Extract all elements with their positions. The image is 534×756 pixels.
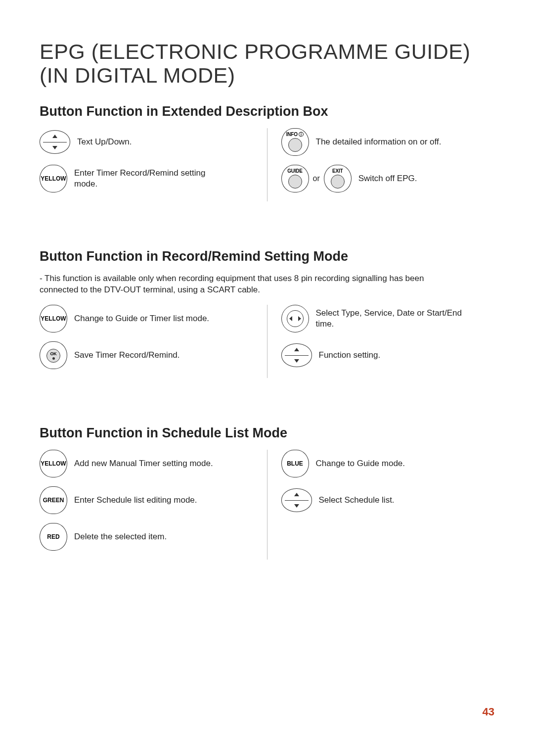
red-button-icon: RED bbox=[40, 523, 67, 551]
blue-button-icon: BLUE bbox=[281, 450, 309, 477]
row-text-updown: Text Up/Down. bbox=[40, 128, 253, 156]
up-down-icon bbox=[281, 488, 312, 512]
up-down-icon bbox=[40, 130, 70, 154]
up-down-icon bbox=[281, 343, 312, 367]
row-desc: Text Up/Down. bbox=[77, 137, 132, 147]
row-desc: Save Timer Record/Remind. bbox=[74, 350, 180, 361]
row-desc: Change to Guide mode. bbox=[316, 458, 405, 469]
column-right: Select Type, Service, Date or Start/End … bbox=[267, 305, 495, 378]
section-extended-description: Button Function in Extended Description … bbox=[40, 104, 494, 201]
row-blue-guide: BLUE Change to Guide mode. bbox=[281, 450, 495, 477]
row-desc: Enter Schedule list editing mode. bbox=[74, 495, 197, 506]
title-line-2: (IN DIGITAL MODE) bbox=[40, 63, 235, 87]
row-green-edit: GREEN Enter Schedule list editing mode. bbox=[40, 486, 253, 514]
or-text: or bbox=[313, 174, 320, 183]
info-button-icon: INFO ⓘ bbox=[281, 128, 309, 156]
row-desc: Delete the selected item. bbox=[74, 531, 167, 542]
exit-button-icon: EXIT bbox=[324, 165, 352, 192]
manual-page: EPG (ELECTRONIC PROGRAMME GUIDE) (IN DIG… bbox=[0, 0, 534, 756]
row-yellow-timer: YELLOW Enter Timer Record/Remind setting… bbox=[40, 165, 253, 192]
column-left: Text Up/Down. YELLOW Enter Timer Record/… bbox=[40, 128, 267, 201]
row-desc: Enter Timer Record/Remind setting mode. bbox=[74, 168, 222, 189]
row-guide-exit: GUIDE or EXIT Switch off EPG. bbox=[281, 165, 495, 192]
row-ok-save: OK Save Timer Record/Remind. bbox=[40, 341, 253, 369]
row-desc: Function setting. bbox=[319, 350, 381, 361]
row-desc: The detailed information on or off. bbox=[316, 137, 442, 147]
row-updown-function: Function setting. bbox=[281, 341, 495, 369]
column-left: YELLOW Add new Manual Timer setting mode… bbox=[40, 450, 267, 560]
row-desc: Select Type, Service, Date or Start/End … bbox=[316, 308, 464, 330]
page-title: EPG (ELECTRONIC PROGRAMME GUIDE) (IN DIG… bbox=[40, 40, 494, 87]
row-desc: Add new Manual Timer setting mode. bbox=[74, 458, 213, 469]
section-heading: Button Function in Schedule List Mode bbox=[40, 425, 494, 441]
row-desc: Select Schedule list. bbox=[319, 495, 395, 506]
section-note: - This function is available only when r… bbox=[40, 273, 455, 296]
column-left: YELLOW Change to Guide or Timer list mod… bbox=[40, 305, 267, 378]
row-desc: Change to Guide or Timer list mode. bbox=[74, 313, 209, 324]
section-schedule-list: Button Function in Schedule List Mode YE… bbox=[40, 425, 494, 560]
row-info: INFO ⓘ The detailed information on or of… bbox=[281, 128, 495, 156]
title-line-1: EPG (ELECTRONIC PROGRAMME GUIDE) bbox=[40, 40, 470, 63]
ok-button-icon: OK bbox=[40, 341, 67, 369]
row-yellow-add: YELLOW Add new Manual Timer setting mode… bbox=[40, 450, 253, 477]
row-leftright-select: Select Type, Service, Date or Start/End … bbox=[281, 305, 495, 332]
page-number: 43 bbox=[483, 706, 494, 718]
yellow-button-icon: YELLOW bbox=[40, 165, 67, 192]
left-right-icon bbox=[281, 305, 309, 332]
section-heading: Button Function in Extended Description … bbox=[40, 104, 494, 119]
yellow-button-icon: YELLOW bbox=[40, 305, 67, 332]
column-right: BLUE Change to Guide mode. Select Schedu… bbox=[267, 450, 495, 560]
row-red-delete: RED Delete the selected item. bbox=[40, 523, 253, 551]
green-button-icon: GREEN bbox=[40, 486, 67, 514]
section-heading: Button Function in Record/Remind Setting… bbox=[40, 249, 494, 264]
row-desc: Switch off EPG. bbox=[358, 173, 417, 184]
section-record-remind: Button Function in Record/Remind Setting… bbox=[40, 249, 494, 378]
yellow-button-icon: YELLOW bbox=[40, 450, 67, 477]
guide-button-icon: GUIDE bbox=[281, 165, 309, 192]
column-right: INFO ⓘ The detailed information on or of… bbox=[267, 128, 495, 201]
row-yellow-guide: YELLOW Change to Guide or Timer list mod… bbox=[40, 305, 253, 332]
row-updown-select: Select Schedule list. bbox=[281, 486, 495, 514]
